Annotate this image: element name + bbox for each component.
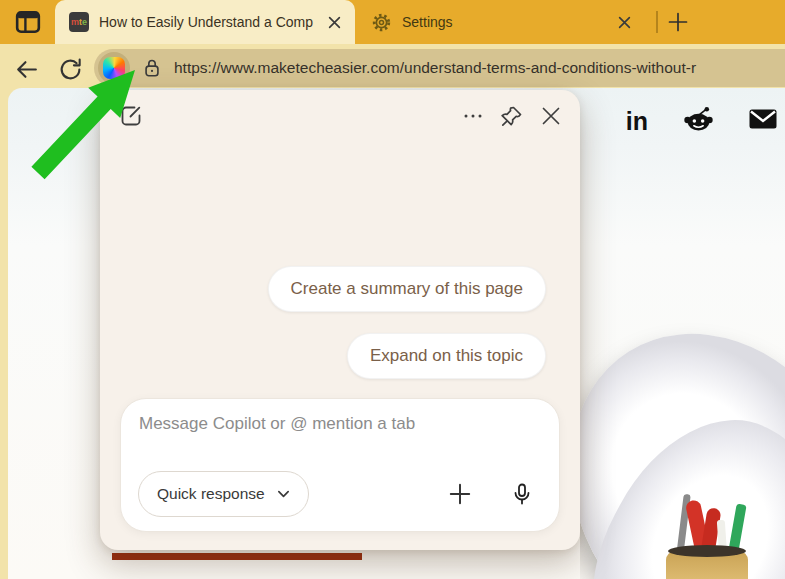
response-mode-label: Quick response — [157, 485, 265, 503]
tab-settings[interactable]: Settings — [357, 0, 645, 44]
pin-icon — [500, 104, 524, 128]
copilot-panel: Create a summary of this page Expand on … — [100, 90, 580, 550]
plus-icon — [667, 11, 689, 33]
copilot-message-input[interactable] — [139, 414, 541, 454]
more-options-button[interactable] — [460, 103, 486, 129]
close-icon — [328, 16, 341, 29]
close-icon — [539, 104, 563, 128]
reddit-icon[interactable] — [684, 106, 713, 136]
tab-close-button[interactable] — [323, 11, 345, 33]
social-share-bar: in — [626, 106, 777, 136]
response-mode-dropdown[interactable]: Quick response — [138, 471, 309, 517]
chevron-down-icon — [277, 489, 290, 499]
tab-article[interactable]: mte How to Easily Understand a Comp — [55, 0, 355, 44]
annotation-arrow — [15, 56, 150, 181]
tab-close-button[interactable] — [613, 11, 635, 33]
tab-title: Settings — [402, 14, 613, 30]
new-tab-button[interactable] — [664, 8, 692, 36]
window-icon — [15, 10, 41, 34]
microphone-icon — [510, 482, 534, 506]
url-text[interactable]: https://www.maketecheasier.com/understan… — [174, 59, 696, 77]
suggestion-chips: Create a summary of this page Expand on … — [268, 266, 546, 379]
input-actions-row: Quick response — [138, 471, 535, 517]
photo-pen-cup — [666, 551, 748, 579]
suggestion-label: Expand on this topic — [370, 346, 523, 366]
suggestion-label: Create a summary of this page — [291, 279, 523, 299]
tab-actions-menu-button[interactable] — [12, 7, 44, 37]
page-heading-underline — [112, 553, 362, 560]
suggestion-summary-button[interactable]: Create a summary of this page — [268, 266, 546, 312]
tab-strip: mte How to Easily Understand a Comp Sett… — [0, 0, 785, 44]
copilot-input-card: Quick response — [120, 398, 560, 532]
email-icon[interactable] — [749, 108, 777, 134]
gear-icon — [371, 12, 392, 33]
panel-header-actions — [460, 103, 564, 129]
tab-title: How to Easily Understand a Comp — [99, 14, 323, 30]
plus-icon — [447, 481, 473, 507]
close-icon — [618, 16, 631, 29]
pin-button[interactable] — [499, 103, 525, 129]
suggestion-expand-button[interactable]: Expand on this topic — [347, 333, 546, 379]
browser-window: mte How to Easily Understand a Comp Sett… — [0, 0, 785, 579]
add-attachment-button[interactable] — [447, 481, 473, 507]
more-icon — [461, 104, 485, 128]
close-panel-button[interactable] — [538, 103, 564, 129]
article-hero-image — [580, 178, 785, 579]
microphone-button[interactable] — [509, 481, 535, 507]
tab-separator — [656, 11, 658, 33]
address-bar[interactable]: https://www.maketecheasier.com/understan… — [94, 49, 785, 87]
mte-favicon: mte — [69, 12, 89, 32]
linkedin-icon[interactable]: in — [626, 109, 648, 134]
